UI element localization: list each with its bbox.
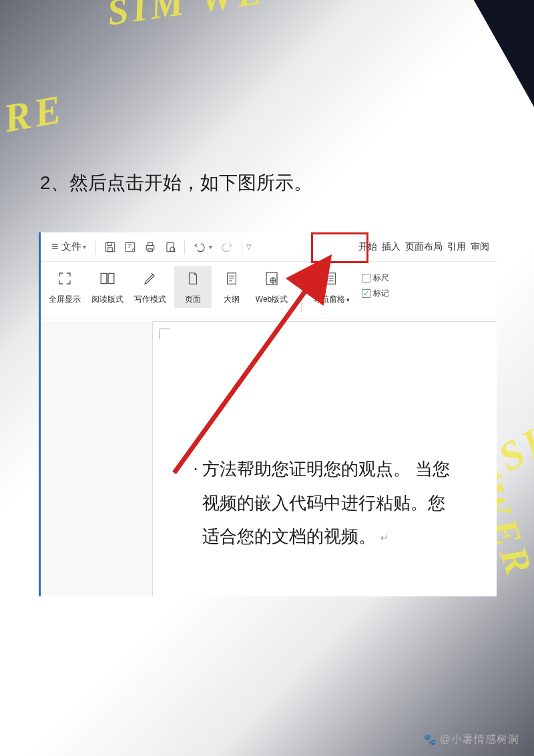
ribbon-label: 全屏显示 — [49, 294, 81, 305]
outline-icon — [222, 268, 242, 289]
checkbox-icon — [362, 274, 370, 282]
ribbon-label: 导航窗格 — [313, 294, 345, 305]
undo-icon[interactable] — [189, 237, 209, 257]
doc-text-line: 适合您的文档的视频。 — [202, 527, 376, 546]
divider — [242, 240, 242, 254]
decorative-text: OU — [0, 13, 8, 86]
checkbox-icon: ✓ — [362, 289, 370, 298]
nav-pane-button[interactable]: 导航窗格▾ — [311, 268, 351, 305]
svg-rect-5 — [148, 242, 152, 245]
ribbon-label: 大纲 — [224, 294, 240, 305]
web-layout-button[interactable]: Web版式 — [252, 268, 292, 305]
fullscreen-icon — [55, 268, 75, 289]
print-icon[interactable] — [140, 237, 160, 257]
file-menu[interactable]: 文件 — [61, 240, 83, 253]
ribbon-label: 写作模式 — [134, 294, 166, 305]
tab-reference[interactable]: 引用 — [445, 237, 468, 257]
fullscreen-button[interactable]: 全屏显示 — [46, 268, 83, 305]
save-icon[interactable] — [100, 237, 120, 257]
doc-text-line: 方法帮助您证明您的观点。 — [202, 459, 411, 479]
quick-access-bar: ≡ 文件 ▾ ▾ ▽ — [41, 232, 497, 262]
document-canvas: · 方法帮助您证明您的观点。 当您 视频的嵌入代码中进行粘贴。您 适合您的文档的… — [41, 322, 497, 596]
menu-icon[interactable]: ≡ — [46, 240, 61, 254]
screenshot-region: ≡ 文件 ▾ ▾ ▽ — [39, 232, 497, 596]
tab-start[interactable]: 开始 — [356, 237, 379, 257]
divider — [301, 272, 302, 313]
tab-insert[interactable]: 插入 — [380, 237, 403, 257]
svg-rect-2 — [107, 247, 112, 251]
qa-customize-dropdown[interactable]: ▽ — [246, 243, 257, 250]
ribbon-tabs: 开始 插入 页面布局 引用 审阅 — [356, 237, 491, 257]
divider — [95, 240, 96, 254]
page-icon — [183, 268, 203, 289]
doc-text-line: 当您 — [415, 459, 450, 479]
checkbox-label: 标记 — [373, 288, 389, 299]
decorative-text: SIM WE — [105, 0, 268, 33]
pencil-icon — [140, 268, 160, 289]
paragraph-mark-icon: ↵ — [380, 534, 388, 544]
writing-mode-button[interactable]: 写作模式 — [131, 268, 169, 305]
document-page[interactable]: · 方法帮助您证明您的观点。 当您 视频的嵌入代码中进行粘贴。您 适合您的文档的… — [153, 322, 497, 596]
tab-review[interactable]: 审阅 — [469, 237, 491, 257]
view-ribbon: 全屏显示 阅读版式 写作模式 页面 — [41, 262, 497, 319]
paw-icon: 🐾 — [423, 733, 437, 746]
view-options: 标尺 ✓ 标记 — [362, 268, 389, 299]
preview-icon[interactable] — [160, 237, 180, 257]
web-icon — [262, 268, 282, 289]
reading-layout-button[interactable]: 阅读版式 — [89, 268, 126, 305]
redo-icon[interactable] — [218, 237, 238, 257]
save-as-icon[interactable] — [120, 237, 140, 257]
checkbox-label: 标尺 — [373, 272, 389, 284]
svg-point-8 — [170, 247, 175, 252]
divider — [184, 240, 185, 254]
marks-checkbox[interactable]: ✓ 标记 — [362, 288, 389, 299]
outline-view-button[interactable]: 大纲 — [217, 268, 246, 305]
ruler-checkbox[interactable]: 标尺 — [362, 272, 389, 284]
page-corner-mark — [160, 329, 170, 339]
ribbon-label: 页面 — [185, 294, 201, 305]
corner-decoration — [474, 0, 534, 107]
chevron-down-icon: ▾ — [346, 297, 350, 303]
decorative-text: ERE — [0, 86, 69, 148]
svg-rect-4 — [146, 245, 154, 250]
svg-rect-1 — [107, 242, 111, 245]
nav-icon — [321, 268, 341, 289]
tab-layout[interactable]: 页面布局 — [403, 237, 445, 257]
chevron-down-icon[interactable]: ▾ — [83, 243, 91, 250]
ribbon-label: Web版式 — [256, 294, 288, 305]
watermark-text: @小薯情感树洞 — [440, 733, 519, 747]
ribbon-label: 阅读版式 — [91, 294, 123, 305]
page-view-button[interactable]: 页面 — [174, 266, 212, 308]
undo-dropdown[interactable]: ▾ — [209, 243, 218, 250]
document-body-text[interactable]: · 方法帮助您证明您的观点。 当您 视频的嵌入代码中进行粘贴。您 适合您的文档的… — [189, 453, 450, 554]
bullet-icon: · — [189, 453, 202, 487]
book-icon — [97, 268, 117, 289]
watermark: 🐾 @小薯情感树洞 — [423, 733, 519, 747]
doc-text-line: 视频的嵌入代码中进行粘贴。您 — [189, 487, 450, 521]
step-instruction: 2、然后点击开始，如下图所示。 — [40, 170, 312, 196]
